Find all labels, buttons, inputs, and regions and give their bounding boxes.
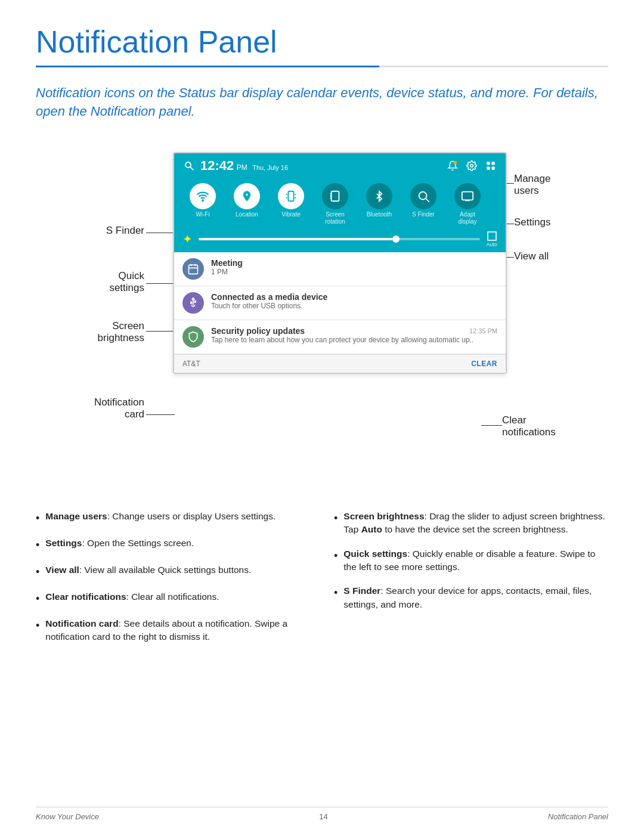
qs-bluetooth-btn[interactable] [366,183,392,209]
svg-rect-17 [462,191,473,200]
svg-rect-14 [332,191,339,201]
svg-rect-7 [492,166,495,169]
phone-mockup: 12:42 PM Thu, July 16 [173,152,507,374]
footer-right: Notification Panel [548,812,608,821]
carrier-label: AT&T [182,360,200,368]
page-title: Notification Panel [36,24,608,60]
svg-rect-6 [487,166,490,169]
brightness-sun-icon: ✦ [182,232,193,246]
qs-wifi[interactable]: Wi-Fi [182,183,223,218]
callout-line-brightness [146,331,175,332]
svg-rect-23 [191,302,192,304]
qs-rotation[interactable]: Screen rotation [315,183,355,225]
qs-location-btn[interactable] [234,183,260,209]
svg-rect-19 [189,265,198,274]
time-display: 12:42 PM Thu, July 16 [200,158,288,174]
brightness-slider[interactable] [199,238,480,240]
search-icon [182,159,196,172]
footer: Know Your Device 14 Notification Panel [36,807,608,821]
notif-meeting-title: Meeting [211,258,497,268]
brightness-auto-label: Auto [486,241,497,247]
notif-usb-content: Connected as a media device Touch for ot… [211,292,497,310]
notif-card-usb[interactable]: Connected as a media device Touch for ot… [174,286,506,320]
notif-security-subtitle: Tap here to learn about how you can prot… [211,336,497,344]
callout-manage-users: Manageusers [514,173,597,197]
callout-view-all: View all [514,250,597,262]
bullet-col-right: • Screen brightness: Drag the slider to … [334,510,608,655]
svg-rect-24 [195,301,196,302]
bullet-view-all: • View all: View all available Quick set… [36,563,310,580]
svg-rect-5 [492,162,495,165]
footer-left: Know Your Device [36,812,99,821]
bell-icon [446,159,459,172]
clear-button[interactable]: CLEAR [471,360,497,368]
footer-page-number: 14 [319,812,327,821]
callout-screen-brightness: Screenbrightness [49,320,144,345]
notif-meeting-subtitle: 1 PM [211,268,497,276]
bullet-s-finder: • S Finder: Search your device for apps,… [334,584,608,611]
brightness-auto-group: Auto [486,231,497,247]
callout-notification-card: Notificationcard [49,397,144,421]
brightness-row: ✦ Auto [174,228,506,252]
svg-rect-4 [487,162,490,165]
bullet-manage-users: • Manage users: Change users or display … [36,510,310,526]
svg-point-3 [470,164,473,167]
qs-sfinder-btn[interactable] [410,183,436,209]
qs-location[interactable]: Location [227,183,267,218]
brightness-fill [199,238,396,240]
qs-wifi-label: Wi-Fi [196,211,209,218]
callout-s-finder: S Finder [49,225,144,237]
grid-icon [484,159,497,172]
qs-rotation-btn[interactable] [322,183,348,209]
svg-point-8 [202,200,203,201]
brightness-auto-checkbox[interactable] [487,231,497,241]
bullet-settings: • Settings: Open the Settings screen. [36,537,310,553]
notif-calendar-icon [182,258,204,280]
qs-sfinder[interactable]: S Finder [403,183,444,218]
bullet-col-left: • Manage users: Change users or display … [36,510,310,655]
status-bar: 12:42 PM Thu, July 16 [174,153,506,178]
qs-bluetooth-label: Bluetooth [367,211,392,218]
notification-bottom-bar: AT&T CLEAR [174,354,506,373]
callout-line-sfinder [146,233,175,233]
quick-settings-row: Wi-Fi Location Vibrate [174,178,506,228]
callout-line-qs [146,283,175,284]
qs-adapt-label: Adapt display [458,211,476,225]
qs-bluetooth[interactable]: Bluetooth [359,183,400,218]
notif-security-title: Security policy updates [211,326,305,336]
qs-vibrate[interactable]: Vibrate [271,183,311,218]
callout-line-notifcard [146,414,175,415]
svg-line-1 [190,166,193,169]
bullet-quick-settings: • Quick settings: Quickly enable or disa… [334,547,608,574]
bullet-screen-brightness: • Screen brightness: Drag the slider to … [334,510,608,537]
qs-vibrate-btn[interactable] [278,183,304,209]
callout-quick-settings: Quicksettings [49,270,144,295]
svg-point-2 [454,160,457,164]
bullet-clear-notifications: • Clear notifications: Clear all notific… [36,590,310,606]
qs-location-label: Location [236,211,258,218]
qs-adapt-btn[interactable] [454,183,481,209]
qs-rotation-label: Screen rotation [325,211,345,225]
svg-rect-9 [288,191,293,201]
qs-wifi-btn[interactable] [190,183,216,209]
notif-meeting-content: Meeting 1 PM [211,258,497,276]
notif-usb-title: Connected as a media device [211,292,497,302]
qs-vibrate-label: Vibrate [281,211,301,218]
notif-security-content: Security policy updates 12:35 PM Tap her… [211,326,497,344]
subtitle: Notification icons on the Status bar dis… [36,84,608,121]
notif-card-security[interactable]: Security policy updates 12:35 PM Tap her… [174,320,506,354]
notif-card-meeting[interactable]: Meeting 1 PM [174,252,506,286]
notif-usb-icon [182,292,204,314]
callout-settings: Settings [514,216,597,228]
callout-line-clear [481,425,502,426]
bullet-notification-card: • Notification card: See details about a… [36,617,310,644]
status-bar-left: 12:42 PM Thu, July 16 [182,158,288,174]
svg-line-16 [426,199,429,202]
qs-adapt[interactable]: Adapt display [447,183,488,225]
bullet-section: • Manage users: Change users or display … [36,510,608,655]
notif-security-icon [182,326,204,348]
notif-usb-subtitle: Touch for other USB options. [211,302,497,310]
brightness-thumb[interactable] [392,236,400,243]
notif-security-time: 12:35 PM [469,327,497,335]
qs-sfinder-label: S Finder [412,211,435,218]
